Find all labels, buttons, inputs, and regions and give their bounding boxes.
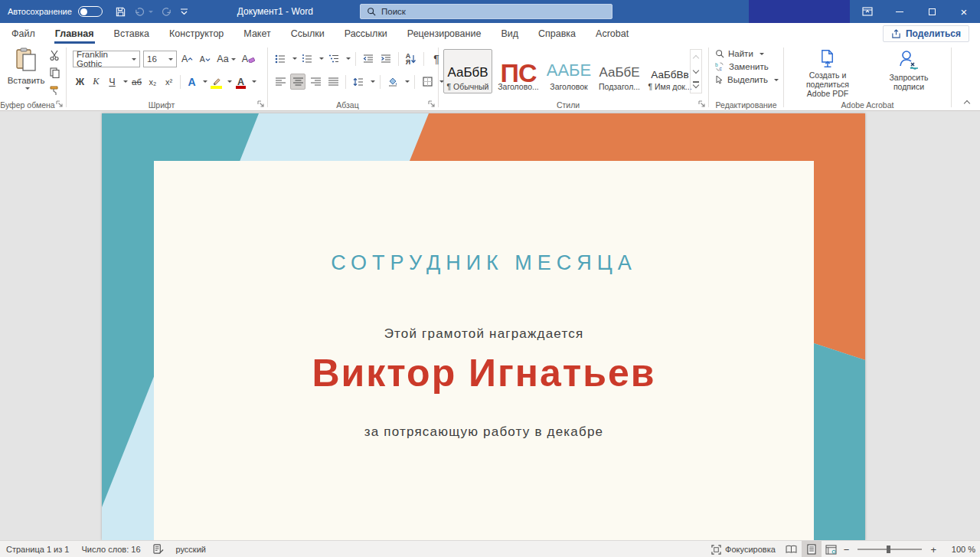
tab-mailings[interactable]: Рассылки [335,23,397,44]
tab-help[interactable]: Справка [528,23,586,44]
decrease-indent-button[interactable] [361,51,376,67]
bullets-caret-icon[interactable] [292,57,297,62]
certificate-line1[interactable]: Этой грамотой награждается [154,326,814,342]
align-left-button[interactable] [273,74,288,90]
zoom-slider[interactable] [858,549,922,550]
borders-button[interactable] [420,74,435,90]
text-effects-caret-icon[interactable] [203,80,207,85]
tab-references[interactable]: Ссылки [281,23,335,44]
subscript-button[interactable]: х₂ [145,74,160,90]
certificate-title[interactable]: СОТРУДНИК МЕСЯЦА [154,251,814,275]
search-bar[interactable] [360,4,612,19]
print-layout-button[interactable] [802,541,822,557]
style-subtitle[interactable]: АаБбЕ Подзагол... [595,49,644,93]
align-right-button[interactable] [308,74,323,90]
redo-button[interactable] [161,6,172,18]
increase-indent-button[interactable] [378,51,394,67]
tab-home[interactable]: Главная [45,23,104,44]
save-button[interactable] [115,6,126,18]
tab-design[interactable]: Конструктор [159,23,234,44]
paragraph-dialog-launcher[interactable] [428,100,436,108]
page-info[interactable]: Страница 1 из 1 [0,541,75,557]
styles-dialog-launcher[interactable] [698,100,706,108]
justify-button[interactable] [325,74,341,90]
numbering-caret-icon[interactable] [319,57,324,62]
clear-formatting-button[interactable]: А [240,51,256,67]
shrink-font-button[interactable]: А [198,51,212,67]
superscript-button[interactable]: х² [162,74,176,90]
align-center-button[interactable] [290,74,305,90]
proofing-button[interactable] [147,541,170,557]
tab-layout[interactable]: Макет [234,23,280,44]
line-spacing-button[interactable] [351,74,366,90]
styles-scroll-up-button[interactable] [691,50,701,64]
search-input[interactable] [381,7,580,16]
minimize-button[interactable] [884,0,916,23]
cut-button[interactable] [47,49,61,61]
undo-caret-icon[interactable] [149,11,153,15]
bullets-button[interactable] [273,51,288,67]
create-pdf-button[interactable]: Создать и поделитьсяAdobe PDF [787,48,868,98]
zoom-in-button[interactable]: + [928,544,939,555]
share-button[interactable]: Поделиться [883,25,969,42]
zoom-slider-handle[interactable] [887,546,890,553]
sort-button[interactable]: АЯ [403,51,419,67]
styles-scroll-down-button[interactable] [691,64,701,79]
select-button[interactable]: Выделить [715,75,779,84]
request-signatures-button[interactable]: Запроситьподписи [868,48,949,98]
undo-button[interactable] [134,6,145,18]
copy-button[interactable] [47,67,61,79]
format-painter-button[interactable] [47,84,61,97]
maximize-button[interactable] [916,0,948,23]
highlight-button[interactable] [209,74,224,90]
focus-button[interactable]: Фокусировка [705,541,782,557]
text-effects-button[interactable]: А [185,74,199,90]
styles-more-button[interactable] [691,78,701,93]
italic-button[interactable]: К [89,74,103,90]
tab-file[interactable]: Файл [2,23,45,44]
style-normal[interactable]: АаБбВ ¶ Обычный [443,49,492,93]
font-color-button[interactable]: А [234,74,248,90]
style-heading1[interactable]: ПС Заголово... [494,49,543,93]
find-button[interactable]: Найти [715,49,779,58]
zoom-out-button[interactable]: − [841,544,852,555]
shading-button[interactable] [385,74,400,90]
strikethrough-button[interactable]: аб [129,74,144,90]
numbering-button[interactable] [299,51,315,67]
web-layout-button[interactable] [822,541,841,557]
read-mode-button[interactable] [782,541,802,557]
ribbon-display-options-button[interactable] [851,0,884,23]
font-color-caret-icon[interactable] [252,80,256,85]
tab-view[interactable]: Вид [491,23,528,44]
multilevel-list-button[interactable] [326,51,341,67]
multilevel-caret-icon[interactable] [346,57,351,62]
word-count[interactable]: Число слов: 16 [75,541,146,557]
style-heading2[interactable]: ААБЕ Заголовок [544,49,593,93]
tab-insert[interactable]: Вставка [104,23,159,44]
certificate-name[interactable]: Виктор Игнатьев [154,351,814,395]
highlight-caret-icon[interactable] [227,80,232,85]
tab-review[interactable]: Рецензирование [397,23,492,44]
paste-button[interactable]: Вставить [6,48,46,98]
font-name-combo[interactable]: Franklin Gothic [73,51,140,67]
document-area[interactable]: СОТРУДНИК МЕСЯЦА Этой грамотой награждае… [0,111,980,540]
style-docname[interactable]: АаБбВв ¶ Имя док... [645,49,694,93]
underline-caret-icon[interactable] [123,80,128,85]
close-button[interactable]: × [948,0,980,23]
account-block[interactable] [749,0,850,23]
clipboard-dialog-launcher[interactable] [56,100,64,108]
font-size-combo[interactable]: 16 [143,51,177,67]
underline-button[interactable]: Ч [105,74,119,90]
tab-acrobat[interactable]: Acrobat [586,23,639,44]
change-case-button[interactable]: Аа [215,51,237,67]
collapse-ribbon-button[interactable] [960,97,974,107]
language-button[interactable]: русский [170,541,212,557]
document-page[interactable]: СОТРУДНИК МЕСЯЦА Этой грамотой награждае… [102,113,865,540]
bold-button[interactable]: Ж [73,74,87,90]
customize-qat-button[interactable] [180,8,188,15]
font-dialog-launcher[interactable] [257,100,265,108]
autosave-toggle[interactable] [78,6,103,17]
shading-caret-icon[interactable] [405,80,410,85]
grow-font-button[interactable]: А [180,51,194,67]
zoom-level[interactable]: 100 % [945,545,975,554]
